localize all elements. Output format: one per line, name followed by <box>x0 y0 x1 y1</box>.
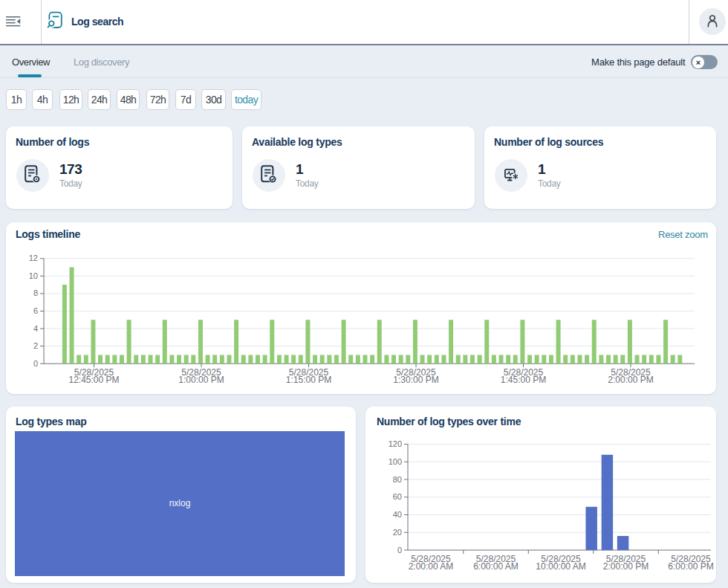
svg-text:12:45:00 PM: 12:45:00 PM <box>69 375 120 385</box>
svg-text:2: 2 <box>33 341 38 350</box>
svg-text:10: 10 <box>29 271 38 280</box>
svg-text:100: 100 <box>389 457 402 466</box>
svg-text:1:45:00 PM: 1:45:00 PM <box>501 375 546 385</box>
svg-text:20: 20 <box>393 528 402 537</box>
svg-text:2:00:00 AM: 2:00:00 AM <box>409 561 454 572</box>
svg-text:1:30:00 PM: 1:30:00 PM <box>393 375 438 385</box>
svg-text:60: 60 <box>393 492 402 501</box>
svg-text:6: 6 <box>33 306 38 315</box>
svg-text:12: 12 <box>29 253 38 262</box>
svg-text:0: 0 <box>33 359 38 368</box>
svg-text:0: 0 <box>397 546 402 555</box>
svg-text:6:00:00 PM: 6:00:00 PM <box>668 561 713 572</box>
svg-text:80: 80 <box>393 475 402 484</box>
svg-text:40: 40 <box>393 510 402 519</box>
svg-text:10:00:00 AM: 10:00:00 AM <box>536 561 585 572</box>
svg-text:1:15:00 PM: 1:15:00 PM <box>286 375 331 385</box>
svg-text:8: 8 <box>33 288 38 297</box>
svg-text:1:00:00 PM: 1:00:00 PM <box>178 375 224 385</box>
svg-text:120: 120 <box>389 439 402 448</box>
svg-text:4: 4 <box>33 324 38 333</box>
svg-text:6:00:00 AM: 6:00:00 AM <box>473 561 519 572</box>
svg-text:2:00:00 PM: 2:00:00 PM <box>608 375 653 385</box>
svg-text:2:00:00 PM: 2:00:00 PM <box>603 561 649 572</box>
